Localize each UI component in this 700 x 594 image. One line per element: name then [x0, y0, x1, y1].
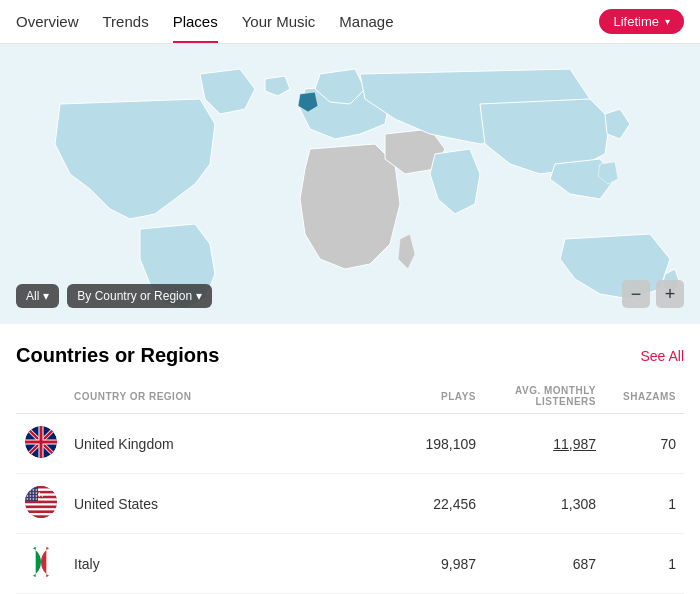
table-row: United Kingdom 198,109 11,987 70	[16, 414, 684, 474]
filter-all-label: All	[26, 289, 39, 303]
filter-region-label: By Country or Region	[77, 289, 192, 303]
filter-region-button[interactable]: By Country or Region ▾	[67, 284, 212, 308]
svg-rect-20	[25, 508, 57, 510]
tab-manage[interactable]: Manage	[339, 1, 393, 42]
svg-rect-19	[25, 506, 57, 508]
table-header: Country or Region Plays Avg. Monthly Lis…	[16, 379, 684, 414]
th-country: Country or Region	[66, 379, 394, 414]
shazams-it: 1	[604, 534, 684, 594]
tab-overview[interactable]: Overview	[16, 1, 79, 42]
plays-us: 22,456	[394, 474, 484, 534]
shazams-uk: 70	[604, 414, 684, 474]
th-listeners: Avg. Monthly Listeners	[484, 379, 604, 414]
svg-rect-23	[25, 516, 57, 518]
shazams-us: 1	[604, 474, 684, 534]
plays-uk: 198,109	[394, 414, 484, 474]
plays-it: 9,987	[394, 534, 484, 594]
svg-rect-17	[25, 501, 57, 503]
country-name-us: United States	[66, 474, 394, 534]
flag-us: ★★★★★★ ★★★★★ ★★★★★★ ★★★★★	[16, 474, 66, 534]
th-flag	[16, 379, 66, 414]
filter-region-chevron: ▾	[196, 289, 202, 303]
map-controls-right: − +	[622, 280, 684, 308]
th-shazams: Shazams	[604, 379, 684, 414]
flag-it	[16, 534, 66, 594]
table-row: Italy 9,987 687 1	[16, 534, 684, 594]
filter-all-chevron: ▾	[43, 289, 49, 303]
table-body: United Kingdom 198,109 11,987 70	[16, 414, 684, 594]
countries-section: Countries or Regions See All Country or …	[0, 324, 700, 594]
see-all-link[interactable]: See All	[640, 348, 684, 364]
listeners-uk[interactable]: 11,987	[484, 414, 604, 474]
tab-places[interactable]: Places	[173, 1, 218, 42]
zoom-out-button[interactable]: −	[622, 280, 650, 308]
svg-rect-18	[25, 503, 57, 505]
table-row: ★★★★★★ ★★★★★ ★★★★★★ ★★★★★ United States …	[16, 474, 684, 534]
country-name-uk: United Kingdom	[66, 414, 394, 474]
tab-your-music[interactable]: Your Music	[242, 1, 316, 42]
lifetime-label: Lifetime	[613, 14, 659, 29]
countries-table: Country or Region Plays Avg. Monthly Lis…	[16, 379, 684, 594]
listeners-us: 1,308	[484, 474, 604, 534]
svg-rect-21	[25, 511, 57, 513]
flag-uk	[16, 414, 66, 474]
tab-trends[interactable]: Trends	[103, 1, 149, 42]
zoom-in-button[interactable]: +	[656, 280, 684, 308]
map-container: All ▾ By Country or Region ▾ − +	[0, 44, 700, 324]
country-name-it: Italy	[66, 534, 394, 594]
nav-bar: Overview Trends Places Your Music Manage…	[0, 0, 700, 44]
chevron-down-icon: ▾	[665, 16, 670, 27]
listeners-it: 687	[484, 534, 604, 594]
lifetime-button[interactable]: Lifetime ▾	[599, 9, 684, 34]
countries-header: Countries or Regions See All	[16, 344, 684, 367]
svg-rect-22	[25, 513, 57, 515]
svg-text:★★★★★: ★★★★★	[26, 497, 41, 501]
countries-title: Countries or Regions	[16, 344, 219, 367]
th-plays: Plays	[394, 379, 484, 414]
filter-all-button[interactable]: All ▾	[16, 284, 59, 308]
world-map	[0, 44, 700, 324]
nav-tabs: Overview Trends Places Your Music Manage	[16, 1, 599, 42]
map-controls-left: All ▾ By Country or Region ▾	[16, 284, 212, 308]
